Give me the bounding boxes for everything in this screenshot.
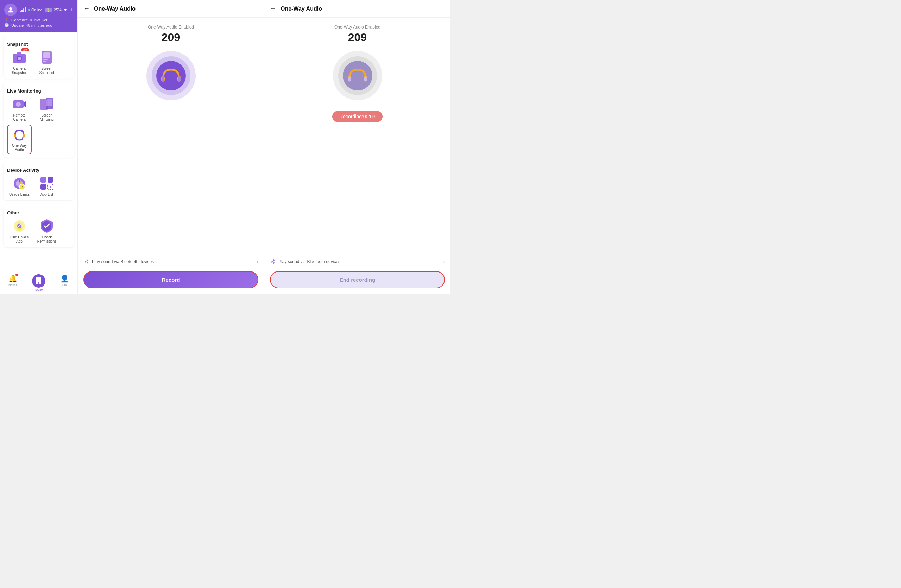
notice-label: Notice xyxy=(8,284,17,287)
svg-point-11 xyxy=(16,102,21,107)
battery-icon: 🔋 xyxy=(45,8,52,12)
other-card: Other Find Child's App xyxy=(3,204,74,247)
update-value: 48 minutes ago xyxy=(26,23,52,28)
panel-left: ← One-Way Audio One-Way Audio Enabled 20… xyxy=(78,0,264,294)
headphone-illustration-left xyxy=(147,51,196,100)
chevron-right-icon-left: › xyxy=(257,259,258,264)
device-activity-title: Device Activity xyxy=(7,168,70,173)
svg-rect-36 xyxy=(178,76,181,81)
svg-marker-10 xyxy=(23,101,26,108)
svg-rect-38 xyxy=(348,76,351,81)
panel-right-footer: Play sound via Bluetooth devices › End r… xyxy=(264,252,450,294)
bluetooth-row-right[interactable]: Play sound via Bluetooth devices › xyxy=(270,255,445,268)
screen-mirroring-label: Screen Mirroring xyxy=(34,113,59,122)
online-label: Online xyxy=(31,8,42,12)
device-label: Device xyxy=(34,289,44,292)
me-label: Me xyxy=(62,284,67,287)
svg-rect-16 xyxy=(23,134,25,137)
svg-text:!: ! xyxy=(22,185,23,189)
svg-point-32 xyxy=(38,282,39,284)
device-activity-card: Device Activity ! Usage Limits xyxy=(3,161,74,200)
back-button-left[interactable]: ← xyxy=(83,5,90,12)
sidebar-item-app-list[interactable]: App List xyxy=(34,176,59,197)
signal-bars xyxy=(20,8,26,12)
recording-badge: Recording:00:03 xyxy=(332,111,383,122)
sidebar-item-find-childs-app[interactable]: Find Child's App xyxy=(7,218,32,244)
check-permissions-label: Check Permissions xyxy=(34,235,59,244)
svg-rect-40 xyxy=(364,76,367,81)
bluetooth-label-left: Play sound via Bluetooth devices xyxy=(92,259,154,264)
nav-item-me[interactable]: 👤 Me xyxy=(52,274,78,293)
battery-level: 25% xyxy=(54,8,62,12)
bluetooth-row-left[interactable]: Play sound via Bluetooth devices › xyxy=(83,255,258,268)
sidebar-content: Snapshot New Camera Snapshot xyxy=(0,32,78,271)
panel-left-enabled-count: 209 xyxy=(162,31,180,44)
snapshot-card: Snapshot New Camera Snapshot xyxy=(3,35,74,78)
panel-right-enabled-count: 209 xyxy=(348,31,367,44)
sidebar: Online 🔋 25% ▾ + 📍 Geofence Not Set 🕐 Up… xyxy=(0,0,78,294)
remote-camera-label: Remote Camera xyxy=(7,113,32,122)
notice-badge xyxy=(16,274,18,276)
sidebar-item-screen-mirroring[interactable]: Screen Mirroring xyxy=(34,97,59,122)
sidebar-item-one-way-audio[interactable]: One-Way Audio xyxy=(7,125,32,154)
screen-snapshot-label: Screen Snapshot xyxy=(34,67,59,75)
geofence-value: Not Set xyxy=(34,18,48,22)
panel-right-enabled-label: One-Way Audio Enabled xyxy=(334,25,380,30)
svg-rect-14 xyxy=(47,99,53,106)
device-icon xyxy=(32,274,45,288)
record-button[interactable]: Record xyxy=(83,271,258,289)
sidebar-item-screen-snapshot[interactable]: Screen Snapshot xyxy=(34,50,59,75)
sidebar-item-remote-camera[interactable]: Remote Camera xyxy=(7,97,32,122)
svg-rect-7 xyxy=(43,59,48,60)
svg-rect-23 xyxy=(41,177,46,183)
live-monitoring-title: Live Monitoring xyxy=(7,88,70,94)
other-title: Other xyxy=(7,210,70,215)
chevron-right-icon-right: › xyxy=(443,259,445,264)
nav-item-device[interactable]: Device xyxy=(26,274,51,293)
geofence-icon: 📍 xyxy=(4,17,9,22)
back-button-right[interactable]: ← xyxy=(270,5,276,12)
find-childs-app-label: Find Child's App xyxy=(7,235,32,244)
update-label: Update xyxy=(11,23,23,28)
panel-left-body: One-Way Audio Enabled 209 xyxy=(78,17,264,252)
panel-right-title: One-Way Audio xyxy=(281,6,322,12)
sidebar-header: Online 🔋 25% ▾ + 📍 Geofence Not Set 🕐 Up… xyxy=(0,0,78,32)
svg-point-3 xyxy=(17,57,21,60)
sidebar-item-camera-snapshot[interactable]: New Camera Snapshot xyxy=(7,50,32,75)
svg-rect-4 xyxy=(17,52,22,54)
geofence-label: Geofence xyxy=(11,18,28,22)
sidebar-item-usage-limits[interactable]: ! Usage Limits xyxy=(7,176,32,197)
avatar xyxy=(4,3,17,16)
geofence-status-dot xyxy=(30,19,33,21)
sidebar-item-check-permissions[interactable]: Check Permissions xyxy=(34,218,59,244)
panel-right-body: One-Way Audio Enabled 209 Recording:00:0… xyxy=(264,17,450,252)
usage-limits-label: Usage Limits xyxy=(9,193,30,197)
svg-rect-15 xyxy=(14,134,16,137)
snapshot-title: Snapshot xyxy=(7,42,70,47)
new-badge: New xyxy=(22,48,28,51)
svg-rect-6 xyxy=(43,53,50,58)
nav-item-notice[interactable]: 🔔 Notice xyxy=(0,274,26,293)
panel-right: ← One-Way Audio One-Way Audio Enabled 20… xyxy=(264,0,450,294)
panel-right-header: ← One-Way Audio xyxy=(264,0,450,17)
camera-snapshot-label: Camera Snapshot xyxy=(7,67,32,75)
panel-left-header: ← One-Way Audio xyxy=(78,0,264,17)
end-recording-button[interactable]: End recording xyxy=(270,271,445,289)
svg-point-0 xyxy=(9,8,12,10)
online-dot xyxy=(28,9,30,11)
svg-rect-8 xyxy=(43,61,46,62)
add-button[interactable]: + xyxy=(69,6,73,14)
main-panels: ← One-Way Audio One-Way Audio Enabled 20… xyxy=(78,0,450,294)
panel-left-enabled-label: One-Way Audio Enabled xyxy=(148,25,194,30)
me-icon: 👤 xyxy=(60,274,69,283)
bottom-nav: 🔔 Notice Device 👤 Me xyxy=(0,271,78,294)
app-list-label: App List xyxy=(41,193,53,197)
svg-rect-24 xyxy=(48,177,53,183)
headphone-illustration-right xyxy=(333,51,382,100)
one-way-audio-label: One-Way Audio xyxy=(9,143,30,152)
live-monitoring-card: Live Monitoring Remote Camera xyxy=(3,82,74,158)
panel-left-footer: Play sound via Bluetooth devices › Recor… xyxy=(78,252,264,294)
dropdown-icon[interactable]: ▾ xyxy=(64,7,67,12)
panel-left-title: One-Way Audio xyxy=(94,6,136,12)
bluetooth-label-right: Play sound via Bluetooth devices xyxy=(278,259,340,264)
